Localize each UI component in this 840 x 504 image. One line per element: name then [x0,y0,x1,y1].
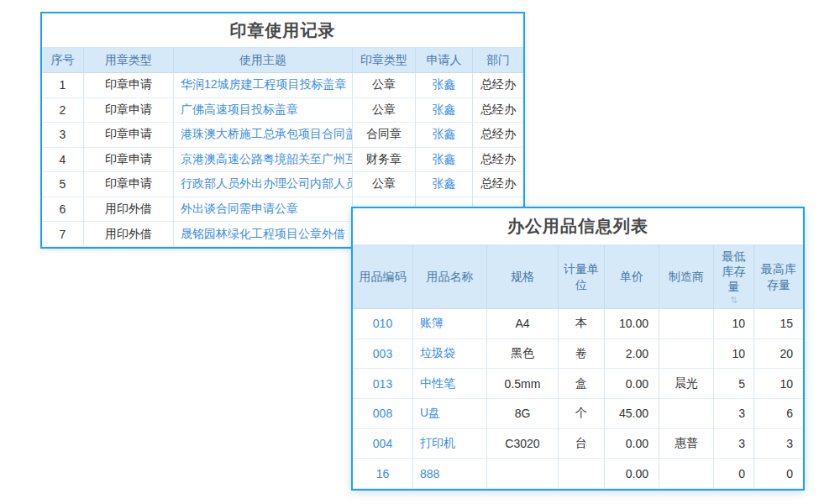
office-supplies-panel: 办公用品信息列表 用品编码 用品名称 规格 计量单位 单价 制造商 最低库存量 … [351,207,805,491]
seal-panel-title: 印章使用记录 [42,13,523,48]
applicant-link[interactable]: 张鑫 [416,123,473,148]
dept: 总经办 [473,73,523,98]
item-unit: 本 [559,309,605,339]
item-price: 0.00 [605,369,659,399]
subject-link[interactable]: 行政部人员外出办理公司内部人员社 [174,172,353,197]
item-name-link[interactable]: U盘 [413,399,487,429]
applicant-link[interactable]: 张鑫 [416,148,473,173]
item-code-link[interactable]: 003 [353,339,413,370]
item-max-stock: 20 [754,339,803,370]
col-header-no: 序号 [42,48,84,73]
item-min-stock: 10 [714,339,754,370]
seal-type: 合同章 [353,123,416,148]
item-name-link[interactable]: 打印机 [413,429,487,459]
usage-type: 印章申请 [84,172,174,197]
item-price: 2.00 [605,339,659,370]
item-code-link[interactable]: 16 [353,459,413,489]
col-header-unit: 计量单位 [559,245,605,309]
item-spec: A4 [487,309,559,339]
applicant-link[interactable]: 张鑫 [416,73,473,98]
item-spec: 黑色 [487,339,559,370]
usage-type: 用印外借 [84,222,174,247]
dept: 总经办 [473,172,523,197]
usage-type: 印章申请 [84,73,174,98]
item-max-stock: 3 [754,429,803,459]
dept: 总经办 [473,98,523,123]
item-code-link[interactable]: 010 [353,309,413,339]
item-unit: 卷 [559,339,605,370]
row-no: 3 [42,123,84,148]
subject-link[interactable]: 外出谈合同需申请公章 [174,197,353,223]
subject-link[interactable]: 港珠澳大桥施工总承包项目合同盖章 [174,123,353,148]
item-unit: 台 [559,429,605,459]
item-price: 0.00 [605,429,659,459]
item-spec [487,459,559,489]
supplies-panel-title: 办公用品信息列表 [353,208,803,245]
item-spec: 8G [487,399,559,429]
dept: 总经办 [473,148,523,173]
col-header-spec: 规格 [487,245,559,309]
office-supplies-table: 用品编码 用品名称 规格 计量单位 单价 制造商 最低库存量 ⇅ 最高库存量 0… [353,245,803,489]
item-name-link[interactable]: 账簿 [413,309,487,339]
applicant-link[interactable]: 张鑫 [416,98,473,123]
item-min-stock: 3 [714,399,754,429]
page: 印章使用记录 序号 用章类型 使用主题 印章类型 申请人 部门 1 印章申请 华… [0,0,840,504]
item-name-link[interactable]: 垃圾袋 [413,339,487,370]
seal-type: 公章 [353,172,416,197]
item-maker [659,459,714,489]
usage-type: 用印外借 [84,197,174,223]
row-no: 7 [42,222,84,247]
item-name-link[interactable]: 中性笔 [413,369,487,399]
col-header-max-stock: 最高库存量 [754,245,803,309]
col-header-usage-type: 用章类型 [84,48,174,73]
subject-link[interactable]: 广佛高速项目投标盖章 [174,98,353,123]
item-price: 10.00 [605,309,659,339]
usage-type: 印章申请 [84,98,174,123]
item-max-stock: 10 [754,369,803,399]
item-min-stock: 0 [714,459,754,489]
item-min-stock: 10 [714,309,754,339]
min-stock-label: 最低库存量 [717,249,751,295]
row-no: 2 [42,98,84,123]
item-code-link[interactable]: 004 [353,429,413,459]
item-name-link[interactable]: 888 [413,459,487,489]
usage-type: 印章申请 [84,123,174,148]
item-code-link[interactable]: 013 [353,369,413,399]
col-header-seal-type: 印章类型 [353,48,416,73]
item-price: 0.00 [605,459,659,489]
usage-type: 印章申请 [84,148,174,173]
seal-type: 公章 [353,73,416,98]
col-header-item-name: 用品名称 [413,245,487,309]
dept: 总经办 [473,123,523,148]
col-header-dept: 部门 [473,48,523,73]
col-header-item-code: 用品编码 [353,245,413,309]
item-maker [659,309,714,339]
subject-link[interactable]: 京港澳高速公路粤境韶关至广州互通 [174,148,353,173]
item-price: 45.00 [605,399,659,429]
col-header-maker: 制造商 [659,245,714,309]
item-min-stock: 3 [714,429,754,459]
item-maker [659,339,714,370]
item-unit [559,459,605,489]
applicant-link[interactable]: 张鑫 [416,172,473,197]
item-maker: 晨光 [659,369,714,399]
subject-link[interactable]: 晟铭园林绿化工程项目公章外借 [174,222,353,247]
item-max-stock: 0 [754,459,803,489]
sort-icon[interactable]: ⇅ [730,296,738,305]
item-maker [659,399,714,429]
item-max-stock: 6 [754,399,803,429]
col-header-subject: 使用主题 [174,48,353,73]
col-header-min-stock[interactable]: 最低库存量 ⇅ [714,245,754,309]
item-min-stock: 5 [714,369,754,399]
item-max-stock: 15 [754,309,803,339]
seal-type: 公章 [353,98,416,123]
row-no: 6 [42,197,84,223]
item-spec: C3020 [487,429,559,459]
item-spec: 0.5mm [487,369,559,399]
subject-link[interactable]: 华润12城房建工程项目投标盖章 [174,73,353,98]
row-no: 5 [42,172,84,197]
item-maker: 惠普 [659,429,714,459]
col-header-price: 单价 [605,245,659,309]
col-header-applicant: 申请人 [416,48,473,73]
item-code-link[interactable]: 008 [353,399,413,429]
